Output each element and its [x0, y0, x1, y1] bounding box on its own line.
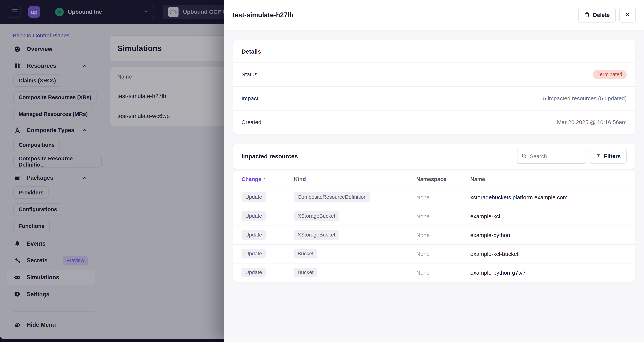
kind-chip: XStorageBucket: [294, 211, 339, 221]
table-row[interactable]: Update XStorageBucket None example-kcl: [233, 207, 635, 225]
kind-chip: Bucket: [294, 268, 317, 277]
org-selector[interactable]: Upbound Inc: [50, 5, 154, 19]
namespace-cell: None: [416, 270, 470, 276]
table-row[interactable]: Update Bucket None example-kcl-bucket: [233, 244, 635, 263]
column-header-kind[interactable]: Kind: [294, 176, 416, 182]
name-cell: example-python-g7tv7: [470, 270, 627, 276]
table-row[interactable]: Update Bucket None example-python-g7tv7: [233, 263, 635, 282]
back-to-control-planes-link[interactable]: Back to Control Planes: [13, 32, 70, 39]
sidebar-item-simulations[interactable]: Simulations: [7, 270, 95, 285]
name-cell: xstoragebuckets.platform.example.com: [470, 194, 627, 201]
drawer-body: Details Status Terminated Impact 5 impac…: [224, 31, 644, 342]
sidebar-item-compositions[interactable]: Compositions: [14, 139, 60, 151]
hamburger-icon: [12, 9, 18, 10]
search-input[interactable]: [530, 153, 582, 160]
status-badge: Terminated: [593, 70, 627, 79]
delete-button[interactable]: Delete: [578, 8, 616, 22]
sidebar-divider: [13, 312, 95, 312]
created-row: Created Mar 26 2025 @ 10:16:56am: [233, 110, 635, 134]
search-icon: [521, 153, 527, 160]
sidebar-item-functions[interactable]: Functions: [14, 220, 50, 232]
details-heading: Details: [233, 40, 635, 62]
sidebar-item-events[interactable]: Events: [0, 236, 102, 252]
sidebar-item-configurations[interactable]: Configurations: [14, 203, 62, 215]
resources-icon: [14, 62, 21, 69]
column-header-namespace[interactable]: Namespace: [416, 176, 470, 182]
column-header-change[interactable]: Change ↑: [242, 176, 294, 182]
sidebar-item-providers[interactable]: Providers: [14, 186, 49, 199]
filter-icon: [596, 153, 601, 160]
sidebar-item-overview[interactable]: Overview: [0, 41, 102, 57]
sidebar-item-composite-resource-definitions[interactable]: Composite Resource Definitio...: [14, 156, 102, 168]
chevron-up-icon: [81, 127, 88, 134]
impact-value: 5 impacted resources (5 updated): [543, 95, 627, 102]
kind-chip: CompositeResourceDefinition: [294, 192, 370, 202]
kind-chip: Bucket: [294, 249, 317, 258]
sidebar-item-settings[interactable]: Settings: [0, 286, 102, 303]
gcp-cloud-icon: [168, 7, 178, 17]
composite-types-icon: [14, 127, 21, 134]
sidebar-item-managed-resources[interactable]: Managed Resources (MRs): [14, 108, 93, 120]
kind-chip: XStorageBucket: [294, 230, 339, 240]
org-avatar: [55, 8, 64, 16]
search-box[interactable]: [517, 149, 586, 164]
simulations-icon: [14, 274, 20, 281]
close-button[interactable]: [620, 8, 636, 22]
delete-button-label: Delete: [593, 12, 610, 18]
trash-icon: [584, 12, 590, 19]
drawer-title: test-simulate-h27lh: [232, 11, 294, 19]
filters-button-label: Filters: [604, 153, 621, 160]
sidebar-section-composite-types[interactable]: Composite Types: [0, 122, 102, 139]
namespace-cell: None: [416, 213, 470, 220]
drawer-header: test-simulate-h27lh Delete: [224, 0, 644, 30]
chevron-down-icon: [143, 9, 149, 15]
packages-icon: [14, 174, 21, 181]
impacted-resources-table: Change ↑ Kind Namespace Name Update Comp…: [233, 171, 635, 282]
impact-row: Impact 5 impacted resources (5 updated): [233, 86, 635, 110]
gear-icon: [14, 291, 21, 298]
page-title: Simulations: [118, 44, 162, 53]
preview-badge: Preview: [62, 256, 88, 265]
chevron-up-icon: [81, 174, 88, 181]
filters-button[interactable]: Filters: [590, 149, 627, 164]
column-header-name[interactable]: Name: [470, 176, 627, 182]
name-cell: example-kcl-bucket: [470, 251, 627, 257]
impacted-table-header: Change ↑ Kind Namespace Name: [233, 171, 635, 188]
change-chip: Update: [242, 249, 266, 258]
impacted-resources-heading: Impacted resources: [242, 153, 298, 160]
namespace-cell: None: [416, 194, 470, 201]
sort-arrow-up-icon: ↑: [263, 176, 266, 182]
menu-button[interactable]: [9, 6, 21, 18]
change-chip: Update: [242, 192, 266, 202]
sidebar-section-resources[interactable]: Resources: [0, 57, 102, 74]
change-chip: Update: [242, 268, 266, 277]
change-chip: Update: [242, 211, 266, 221]
eye-off-icon: [14, 322, 21, 328]
namespace-cell: None: [416, 232, 470, 238]
impacted-resources-header-card: Impacted resources Filters: [233, 144, 635, 169]
change-chip: Update: [242, 230, 266, 240]
simulation-detail-drawer: test-simulate-h27lh Delete Details Statu…: [224, 0, 644, 342]
bell-icon: [14, 240, 21, 247]
org-name: Upbound Inc: [68, 9, 102, 15]
logo-text: up: [31, 9, 38, 15]
details-card: Details Status Terminated Impact 5 impac…: [233, 40, 635, 134]
name-cell: example-kcl: [470, 213, 627, 220]
name-cell: example-python: [470, 232, 627, 238]
namespace-cell: None: [416, 251, 470, 257]
sidebar-item-claims[interactable]: Claims (XRCs): [14, 74, 61, 87]
overview-icon: [14, 46, 21, 52]
sidebar-section-packages[interactable]: Packages: [0, 169, 102, 186]
chevron-up-icon: [81, 62, 88, 69]
table-row[interactable]: Update CompositeResourceDefinition None …: [233, 188, 635, 207]
table-row[interactable]: Update XStorageBucket None example-pytho…: [233, 225, 635, 244]
sidebar-item-composite-resources[interactable]: Composite Resources (XRs): [14, 91, 96, 103]
close-icon: [625, 12, 630, 18]
sidebar: Back to Control Planes Overview Resource…: [0, 24, 102, 339]
status-row: Status Terminated: [233, 62, 635, 86]
upbound-logo[interactable]: up: [28, 6, 40, 18]
key-icon: [14, 257, 21, 264]
sidebar-item-secrets[interactable]: Secrets Preview: [0, 252, 102, 269]
control-plane-tab-label: Upbound GCP U: [183, 9, 226, 15]
hide-menu-button[interactable]: Hide Menu: [0, 319, 102, 331]
